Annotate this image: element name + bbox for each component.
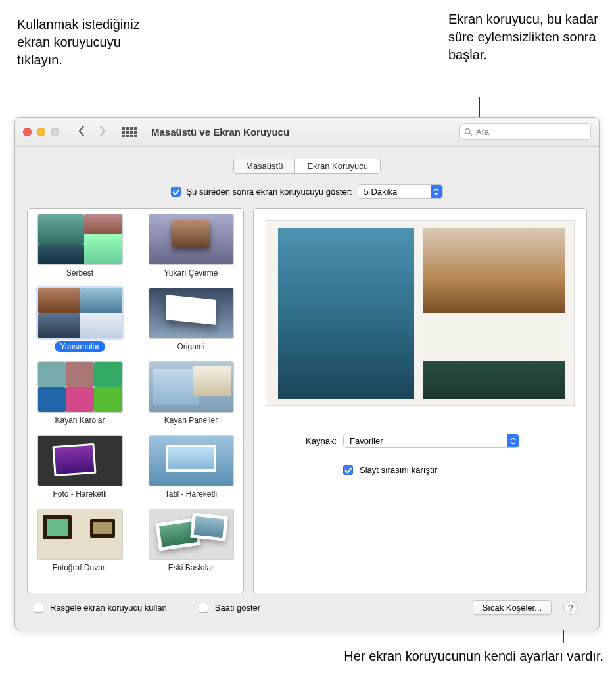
screensaver-preview[interactable] [266,220,575,406]
start-after-select[interactable]: 5 Dakika [358,184,443,199]
thumb-label: Kayan Karolar [49,415,110,426]
thumb-label: Kayan Paneller [158,415,224,426]
source-label: Kaynak: [291,436,337,446]
preview-img [423,320,565,398]
chevron-updown-icon [507,434,519,447]
chevron-updown-icon [431,185,442,198]
thumb-label: Serbest [60,268,99,278]
source-value: Favoriler [350,436,383,446]
hot-corners-button[interactable]: Sıcak Köşeler... [473,600,552,615]
close-window-button[interactable] [23,128,32,136]
start-after-value: 5 Dakika [364,187,398,197]
thumbnail [37,361,123,413]
start-after-row: Şu süreden sonra ekran koruyucuyu göster… [27,184,587,199]
screensaver-item-serbest[interactable]: Serbest [32,214,128,278]
tab-desktop[interactable]: Masaüstü [234,159,295,173]
bottom-bar: Rasgele ekran koruyucu kullan Saati göst… [27,593,587,622]
content-area: Masaüstü Ekran Koruyucu Şu süreden sonra… [15,147,599,630]
window-title: Masaüstü ve Ekran Koruyucu [151,126,289,138]
help-icon: ? [568,603,573,613]
thumb-label: Yansımalar [55,341,106,352]
thumbnail [149,361,234,413]
callout-bottom-right: Her ekran koruyucunun kendi ayarları var… [327,647,603,665]
nav-arrows [76,124,108,139]
screensaver-item-yansimalar[interactable]: Yansımalar [32,288,128,352]
minimize-window-button[interactable] [37,128,45,136]
show-all-prefs-button[interactable] [122,127,137,138]
random-label: Rasgele ekran koruyucu kullan [50,603,167,612]
screensaver-options: Kaynak: Favoriler Slayt sırasını karıştı… [266,434,575,475]
screensaver-item-foto-hareketli[interactable]: Foto - Hareketli [32,435,128,499]
thumbnail [149,435,234,486]
thumbnail [37,214,123,265]
shuffle-label: Slayt sırasını karıştır [360,465,437,475]
screensaver-item-tatil-hareketli[interactable]: Tatil - Hareketli [143,435,239,499]
start-after-label: Şu süreden sonra ekran koruyucuyu göster… [186,187,352,197]
main-panels: Serbest Yukarı Çevirme Yansımalar Origam… [27,208,587,593]
thumb-label: Foto - Hareketli [47,489,112,499]
thumbnail [149,288,234,339]
window-controls [23,128,59,136]
thumb-grid: Serbest Yukarı Çevirme Yansımalar Origam… [32,214,239,573]
screensaver-item-origami[interactable]: Origami [143,288,239,352]
callout-top-right: Ekran koruyucu, bu kadar süre eylemsizli… [448,11,600,64]
tab-segmented-control: Masaüstü Ekran Koruyucu [233,159,381,174]
thumbnail [149,214,234,265]
thumbnail [37,435,123,486]
back-button[interactable] [76,124,87,139]
shuffle-row: Slayt sırasını karıştır [291,465,575,475]
random-checkbox[interactable] [34,603,43,612]
tab-screensaver[interactable]: Ekran Koruyucu [295,159,380,173]
thumbnail [149,509,234,560]
screensaver-list[interactable]: Serbest Yukarı Çevirme Yansımalar Origam… [27,208,244,593]
help-button[interactable]: ? [563,601,578,615]
callout-top-left: Kullanmak istediğiniz ekran koruyucuyu t… [17,16,160,69]
screensaver-preview-panel: Kaynak: Favoriler Slayt sırasını karıştı… [253,208,587,593]
shuffle-checkbox[interactable] [343,465,353,475]
thumb-label: Yukarı Çevirme [158,268,224,278]
thumb-label: Eski Baskılar [162,562,220,573]
show-clock-checkbox[interactable] [199,603,208,612]
zoom-window-button[interactable] [51,128,59,136]
thumb-label: Fotoğraf Duvarı [47,562,113,573]
screensaver-item-kayan-paneller[interactable]: Kayan Paneller [143,361,239,426]
search-field[interactable] [459,123,591,140]
thumbnail [37,288,123,339]
forward-button[interactable] [97,124,108,139]
thumb-label: Tatil - Hareketli [159,489,223,499]
preview-img [423,228,565,313]
screensaver-item-fotograf-duvari[interactable]: Fotoğraf Duvarı [32,509,128,573]
thumbnail [37,509,123,560]
titlebar: Masaüstü ve Ekran Koruyucu [15,118,599,147]
screensaver-item-kayan-karolar[interactable]: Kayan Karolar [32,361,128,426]
screensaver-item-yukari-cevirme[interactable]: Yukarı Çevirme [143,214,239,278]
source-select[interactable]: Favoriler [343,434,519,448]
svg-line-1 [469,133,471,135]
start-after-checkbox[interactable] [171,187,181,197]
search-icon [464,128,473,136]
screensaver-item-eski-baskilar[interactable]: Eski Baskılar [143,509,239,573]
source-row: Kaynak: Favoriler [291,434,575,448]
preview-img [278,228,414,398]
show-clock-label: Saati göster [215,603,260,612]
search-input[interactable] [476,127,586,137]
preferences-window: Masaüstü ve Ekran Koruyucu Masaüstü Ekra… [14,117,600,630]
thumb-label: Origami [171,341,210,352]
